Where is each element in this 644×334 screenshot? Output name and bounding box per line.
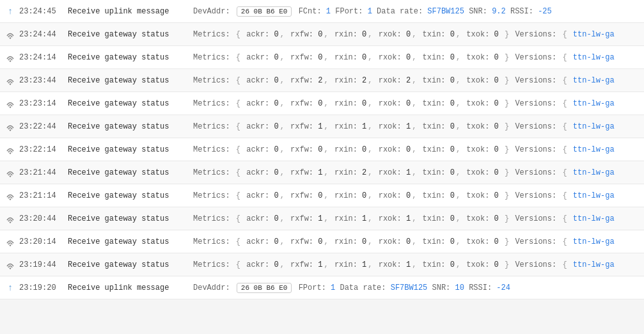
table-row[interactable]: 23:24:14Receive gateway status Metrics: … [0, 46, 644, 69]
versions-value: ttn-lw-ga [573, 168, 615, 177]
timestamp: 23:19:20 [19, 283, 63, 292]
devaddr-value: 26 0B B6 E0 [237, 283, 292, 293]
versions-label: Versions: [515, 145, 556, 154]
snr-value: 9.2 [492, 7, 506, 16]
svg-point-0 [10, 37, 11, 38]
gateway-data: Metrics: { ackr: 0, rxfw: 1, rxin: 1, rx… [193, 214, 639, 223]
gateway-data: Metrics: { ackr: 0, rxfw: 2, rxin: 2, rx… [193, 76, 639, 85]
versions-value: ttn-lw-ga [573, 122, 615, 131]
metrics-label: Metrics: [193, 99, 230, 108]
metrics-label: Metrics: [193, 30, 230, 39]
versions-value: ttn-lw-ga [573, 214, 615, 223]
table-row[interactable]: 23:23:14Receive gateway status Metrics: … [0, 92, 644, 115]
versions-label: Versions: [515, 30, 556, 39]
svg-point-10 [10, 267, 11, 269]
rssi-value: -25 [538, 7, 552, 16]
gateway-data: Metrics: { ackr: 0, rxfw: 1, rxin: 1, rx… [193, 122, 639, 131]
gateway-icon [5, 237, 15, 246]
event-type: Receive gateway status [68, 76, 183, 85]
versions-value: ttn-lw-ga [573, 99, 615, 108]
log-container: ↑23:24:45Receive uplink message DevAddr:… [0, 0, 644, 299]
snr-label: SNR: [469, 7, 492, 16]
versions-value: ttn-lw-ga [573, 30, 615, 39]
timestamp: 23:21:44 [19, 168, 63, 177]
table-row[interactable]: 23:23:44Receive gateway status Metrics: … [0, 69, 644, 92]
datarate-label: Data rate: [340, 283, 390, 292]
versions-label: Versions: [515, 53, 556, 62]
datarate-value: SF7BW125 [427, 7, 464, 16]
uplink-icon: ↑ [5, 283, 15, 293]
versions-label: Versions: [515, 260, 556, 269]
svg-point-2 [10, 83, 11, 84]
gateway-icon [5, 76, 15, 85]
event-type: Receive gateway status [68, 122, 183, 131]
event-type: Receive gateway status [68, 214, 183, 223]
timestamp: 23:23:14 [19, 99, 63, 108]
table-row[interactable]: 23:22:14Receive gateway status Metrics: … [0, 138, 644, 161]
gateway-data: Metrics: { ackr: 0, rxfw: 0, rxin: 0, rx… [193, 237, 639, 246]
svg-point-5 [10, 152, 11, 154]
metrics-label: Metrics: [193, 260, 230, 269]
metrics-label: Metrics: [193, 191, 230, 200]
fport-label: FPort: [335, 7, 367, 16]
fport-label: FPort: [299, 283, 331, 292]
metrics-label: Metrics: [193, 168, 230, 177]
metrics-label: Metrics: [193, 214, 230, 223]
timestamp: 23:23:44 [19, 76, 63, 85]
fcnt-label: FCnt: [299, 7, 326, 16]
gateway-icon [5, 260, 15, 269]
metrics-label: Metrics: [193, 53, 230, 62]
metrics-label: Metrics: [193, 76, 230, 85]
event-type: Receive gateway status [68, 53, 183, 62]
gateway-data: Metrics: { ackr: 0, rxfw: 0, rxin: 0, rx… [193, 30, 639, 39]
rssi-label: RSSI: [469, 283, 496, 292]
gateway-icon [5, 122, 15, 131]
timestamp: 23:19:44 [19, 260, 63, 269]
metrics-label: Metrics: [193, 145, 230, 154]
datarate-value: SF7BW125 [391, 283, 428, 292]
event-type: Receive gateway status [68, 191, 183, 200]
devaddr-label: DevAddr: [193, 283, 230, 292]
table-row[interactable]: 23:22:44Receive gateway status Metrics: … [0, 115, 644, 138]
versions-label: Versions: [515, 214, 556, 223]
svg-point-6 [10, 175, 11, 177]
gateway-icon [5, 214, 15, 223]
fcnt-value: 1 [326, 7, 331, 16]
gateway-icon [5, 145, 15, 154]
versions-label: Versions: [515, 191, 556, 200]
gateway-icon [5, 30, 15, 39]
rssi-label: RSSI: [510, 7, 538, 16]
table-row[interactable]: 23:20:44Receive gateway status Metrics: … [0, 207, 644, 230]
table-row[interactable]: ↑23:24:45Receive uplink message DevAddr:… [0, 0, 644, 23]
table-row[interactable]: 23:24:44Receive gateway status Metrics: … [0, 23, 644, 46]
svg-point-3 [10, 106, 11, 107]
uplink-data: DevAddr: 26 0B B6 E0 FPort: 1 Data rate:… [193, 283, 639, 293]
timestamp: 23:22:44 [19, 122, 63, 131]
gateway-data: Metrics: { ackr: 0, rxfw: 1, rxin: 1, rx… [193, 260, 639, 269]
versions-value: ttn-lw-ga [573, 145, 615, 154]
table-row[interactable]: ↑23:19:20Receive uplink message DevAddr:… [0, 276, 644, 299]
versions-label: Versions: [515, 168, 556, 177]
gateway-data: Metrics: { ackr: 0, rxfw: 0, rxin: 0, rx… [193, 191, 639, 200]
timestamp: 23:22:14 [19, 145, 63, 154]
svg-point-9 [10, 244, 11, 246]
table-row[interactable]: 23:21:44Receive gateway status Metrics: … [0, 161, 644, 184]
gateway-data: Metrics: { ackr: 0, rxfw: 0, rxin: 0, rx… [193, 145, 639, 154]
table-row[interactable]: 23:20:14Receive gateway status Metrics: … [0, 230, 644, 253]
event-type: Receive gateway status [68, 237, 183, 246]
versions-value: ttn-lw-ga [573, 237, 615, 246]
snr-label: SNR: [432, 283, 455, 292]
gateway-data: Metrics: { ackr: 0, rxfw: 0, rxin: 0, rx… [193, 53, 639, 62]
event-type: Receive gateway status [68, 99, 183, 108]
snr-value: 10 [455, 283, 464, 292]
timestamp: 23:20:14 [19, 237, 63, 246]
versions-value: ttn-lw-ga [573, 53, 615, 62]
versions-value: ttn-lw-ga [573, 260, 615, 269]
uplink-icon: ↑ [5, 6, 15, 17]
table-row[interactable]: 23:21:14Receive gateway status Metrics: … [0, 184, 644, 207]
table-row[interactable]: 23:19:44Receive gateway status Metrics: … [0, 253, 644, 276]
svg-point-1 [10, 60, 11, 61]
devaddr-value: 26 0B B6 E0 [237, 6, 292, 17]
uplink-data: DevAddr: 26 0B B6 E0 FCnt: 1 FPort: 1 Da… [193, 6, 639, 17]
metrics-label: Metrics: [193, 122, 230, 131]
